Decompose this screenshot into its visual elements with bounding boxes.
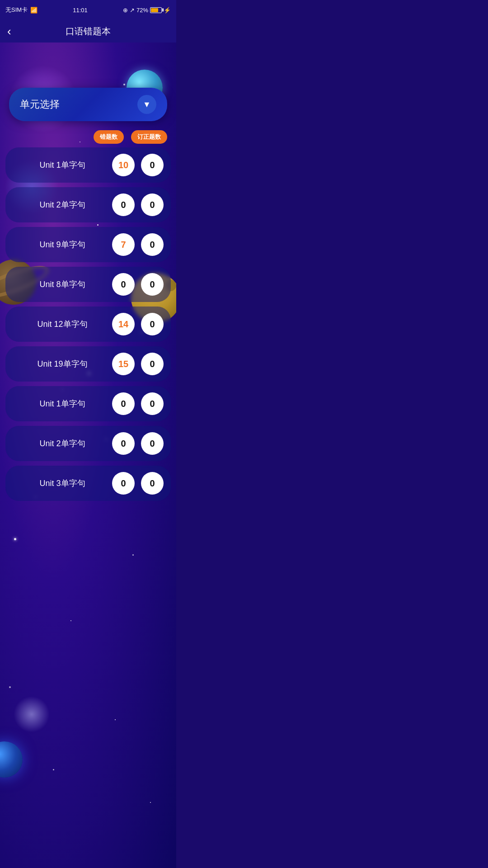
unit-name: Unit 8单字句 bbox=[13, 279, 112, 290]
unit-list: Unit 1单字句100Unit 2单字句00Unit 9单字句70Unit 8… bbox=[0, 147, 176, 501]
page-title: 口语错题本 bbox=[66, 25, 111, 38]
unit-name: Unit 2单字句 bbox=[13, 438, 112, 449]
corrected-count-badge: 0 bbox=[141, 313, 164, 335]
corrected-count-badge: 0 bbox=[141, 193, 164, 216]
corrected-count-badge: 0 bbox=[141, 273, 164, 296]
error-count-badge: 10 bbox=[112, 154, 135, 176]
error-count-badge: 0 bbox=[112, 392, 135, 415]
glow-3 bbox=[14, 696, 50, 732]
app-header: ‹ 口语错题本 bbox=[0, 20, 176, 42]
status-right: ⊕ ↗ 72% ⚡ bbox=[123, 7, 171, 14]
unit-badges: 00 bbox=[112, 392, 164, 415]
location-icon: ⊕ bbox=[123, 7, 128, 14]
unit-row[interactable]: Unit 2单字句00 bbox=[5, 426, 171, 461]
charging-icon: ⚡ bbox=[164, 7, 171, 14]
error-count-badge: 0 bbox=[112, 432, 135, 455]
chevron-down-icon: ▼ bbox=[137, 95, 156, 114]
column-headers: 错题数 订正题数 bbox=[9, 130, 167, 144]
battery-icon bbox=[150, 7, 162, 13]
error-count-badge: 14 bbox=[112, 313, 135, 335]
unit-badges: 00 bbox=[112, 193, 164, 216]
main-content: 单元选择 ▼ 错题数 订正题数 Unit 1单字句100Unit 2单字句00U… bbox=[0, 42, 176, 868]
unit-name: Unit 1单字句 bbox=[13, 160, 112, 170]
error-count-header: 错题数 bbox=[94, 130, 124, 144]
unit-row[interactable]: Unit 19单字句150 bbox=[5, 346, 171, 382]
error-count-badge: 0 bbox=[112, 193, 135, 216]
unit-name: Unit 1单字句 bbox=[13, 398, 112, 409]
error-count-badge: 7 bbox=[112, 233, 135, 256]
error-count-badge: 0 bbox=[112, 273, 135, 296]
unit-row[interactable]: Unit 2单字句00 bbox=[5, 187, 171, 222]
error-count-badge: 15 bbox=[112, 353, 135, 375]
corrected-count-header: 订正题数 bbox=[131, 130, 167, 144]
unit-row[interactable]: Unit 12单字句140 bbox=[5, 307, 171, 342]
unit-badges: 00 bbox=[112, 432, 164, 455]
carrier-text: 无SIM卡 bbox=[5, 6, 28, 14]
navigation-icon: ↗ bbox=[130, 7, 135, 14]
unit-row[interactable]: Unit 3单字句00 bbox=[5, 466, 171, 501]
wifi-icon: 📶 bbox=[30, 7, 38, 14]
unit-name: Unit 12单字句 bbox=[13, 319, 112, 330]
unit-badges: 00 bbox=[112, 472, 164, 495]
unit-row[interactable]: Unit 1单字句100 bbox=[5, 147, 171, 183]
unit-badges: 00 bbox=[112, 273, 164, 296]
corrected-count-badge: 0 bbox=[141, 233, 164, 256]
unit-row[interactable]: Unit 9单字句70 bbox=[5, 227, 171, 262]
unit-name: Unit 9单字句 bbox=[13, 239, 112, 250]
unit-name: Unit 2单字句 bbox=[13, 199, 112, 210]
error-count-badge: 0 bbox=[112, 472, 135, 495]
status-left: 无SIM卡 📶 bbox=[5, 6, 38, 14]
battery-percent: 72% bbox=[136, 7, 148, 14]
corrected-count-badge: 0 bbox=[141, 432, 164, 455]
unit-badges: 100 bbox=[112, 154, 164, 176]
unit-selector-dropdown[interactable]: 单元选择 ▼ bbox=[9, 88, 167, 121]
unit-badges: 140 bbox=[112, 313, 164, 335]
unit-row[interactable]: Unit 8单字句00 bbox=[5, 267, 171, 302]
unit-selector-label: 单元选择 bbox=[20, 98, 60, 111]
unit-name: Unit 19单字句 bbox=[13, 359, 112, 369]
unit-badges: 70 bbox=[112, 233, 164, 256]
corrected-count-badge: 0 bbox=[141, 392, 164, 415]
unit-row[interactable]: Unit 1单字句00 bbox=[5, 386, 171, 421]
status-bar: 无SIM卡 📶 11:01 ⊕ ↗ 72% ⚡ bbox=[0, 0, 176, 20]
corrected-count-badge: 0 bbox=[141, 472, 164, 495]
corrected-count-badge: 0 bbox=[141, 353, 164, 375]
time-display: 11:01 bbox=[73, 7, 88, 14]
unit-name: Unit 3单字句 bbox=[13, 478, 112, 489]
unit-badges: 150 bbox=[112, 353, 164, 375]
corrected-count-badge: 0 bbox=[141, 154, 164, 176]
planet-blue2-decoration bbox=[0, 741, 23, 778]
back-button[interactable]: ‹ bbox=[7, 25, 11, 37]
